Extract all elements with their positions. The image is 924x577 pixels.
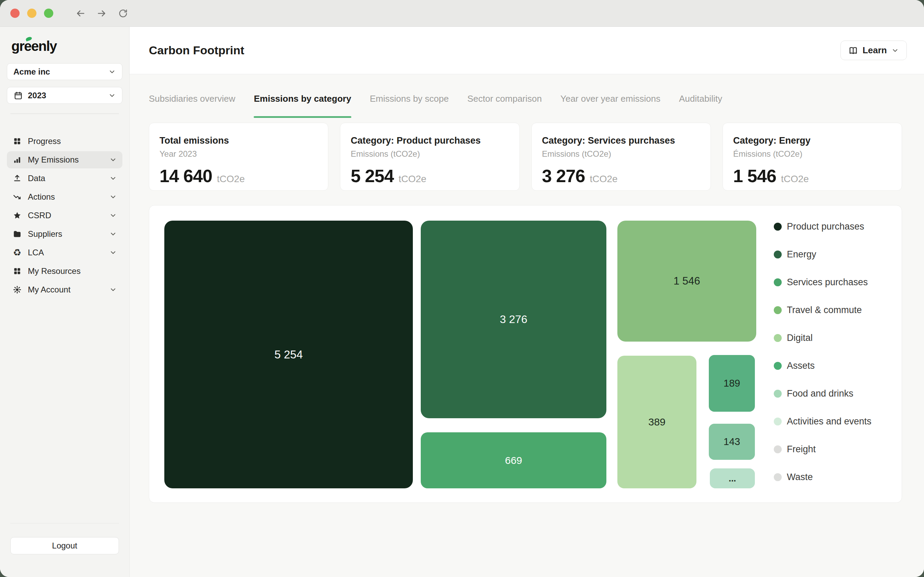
close-window-button[interactable] (10, 9, 19, 18)
grid-icon (12, 266, 22, 276)
sidebar-item-label: Progress (28, 137, 117, 146)
legend-item-assets: Assets (774, 361, 871, 371)
legend-item-services-purchases: Services purchases (774, 277, 871, 288)
sidebar-item-label: CSRD (28, 211, 103, 220)
legend-dot (774, 278, 782, 286)
card-energy: Category: Energy Émissions (tCO2e) 1 546… (722, 122, 902, 191)
sidebar-divider (10, 113, 119, 114)
card-subtitle: Year 2023 (160, 149, 318, 159)
page-title: Carbon Footprint (149, 44, 840, 57)
chevron-down-icon (109, 156, 117, 164)
chevron-down-icon (109, 286, 117, 293)
legend-dot (774, 250, 782, 258)
legend-dot (774, 223, 782, 230)
card-value: 5 254 (351, 166, 393, 186)
main-area: Carbon Footprint Learn Subsidiaries over… (130, 27, 924, 577)
legend-item-food-and-drinks: Food and drinks (774, 388, 871, 399)
card-title: Category: Energy (733, 135, 891, 146)
legend-item-activities-and-events: Activities and events (774, 416, 871, 427)
card-services-purchases: Category: Services purchases Emissions (… (531, 122, 711, 191)
learn-button[interactable]: Learn (840, 40, 907, 60)
active-tab-underline (254, 116, 351, 118)
tab-sector-comparison[interactable]: Sector comparison (467, 93, 542, 118)
treemap-block-more[interactable]: ... (710, 468, 755, 488)
sidebar-item-my-account[interactable]: My Account (7, 281, 123, 298)
tab-emissions-by-category[interactable]: Emissions by category (254, 93, 351, 118)
treemap-block[interactable]: 3 276 (421, 221, 606, 418)
legend-dot (774, 390, 782, 398)
sidebar-item-label: My Resources (28, 266, 117, 276)
book-icon (848, 46, 858, 55)
legend-dot (774, 445, 782, 453)
card-total-emissions: Total emissions Year 2023 14 640tCO2e (149, 122, 328, 191)
bar-chart-icon (12, 155, 22, 164)
summary-cards: Total emissions Year 2023 14 640tCO2e Ca… (149, 122, 902, 191)
browser-window: greenly Acme inc 2023 (0, 0, 924, 577)
tab-subsidiaries-overview[interactable]: Subsidiaries overview (149, 93, 235, 118)
window-titlebar (0, 0, 924, 27)
treemap-block-product-purchases[interactable]: 5 254 (164, 221, 413, 488)
refresh-icon[interactable] (117, 8, 129, 19)
treemap-block[interactable]: 1 546 (618, 221, 756, 342)
chevron-down-icon (109, 193, 117, 201)
sidebar-item-label: Data (28, 174, 103, 183)
chevron-down-icon (109, 230, 117, 238)
legend-item-energy: Energy (774, 249, 871, 260)
card-title: Category: Product purchases (351, 135, 509, 146)
sidebar-item-data[interactable]: Data (7, 170, 123, 187)
sidebar-item-lca[interactable]: ♻ LCA (7, 244, 123, 261)
grid-icon (12, 137, 22, 146)
browser-nav-buttons (74, 8, 129, 19)
trend-down-icon (12, 192, 22, 202)
sidebar-item-actions[interactable]: Actions (7, 188, 123, 206)
sidebar-nav: Progress My Emissions Data (7, 133, 123, 300)
tab-emissions-by-scope[interactable]: Emissions by scope (370, 93, 449, 118)
chevron-down-icon (108, 92, 116, 99)
back-icon[interactable] (74, 8, 86, 19)
legend-item-travel-commute: Travel & commute (774, 305, 871, 316)
treemap-block[interactable]: 189 (709, 355, 755, 412)
card-unit: tCO2e (590, 174, 618, 185)
sidebar-item-my-resources[interactable]: My Resources (7, 263, 123, 280)
card-title: Category: Services purchases (542, 135, 700, 146)
sidebar-item-label: LCA (28, 248, 103, 258)
legend-item-waste: Waste (774, 472, 871, 482)
sidebar-item-label: My Account (28, 285, 103, 295)
sidebar-item-csrd[interactable]: CSRD (7, 207, 123, 224)
forward-icon[interactable] (96, 8, 108, 19)
treemap-block[interactable]: 389 (618, 356, 697, 488)
logo: greenly (11, 39, 123, 56)
legend-dot (774, 417, 782, 425)
treemap-legend: Product purchases Energy Services purcha… (774, 221, 871, 482)
sidebar-item-progress[interactable]: Progress (7, 133, 123, 150)
legend-item-digital: Digital (774, 333, 871, 343)
year-selector[interactable]: 2023 (7, 87, 123, 104)
company-selector[interactable]: Acme inc (7, 63, 123, 80)
sidebar-item-suppliers[interactable]: Suppliers (7, 226, 123, 243)
company-selector-value: Acme inc (13, 67, 50, 77)
card-value: 3 276 (542, 166, 585, 186)
treemap-block[interactable]: 143 (709, 424, 755, 460)
sidebar-item-my-emissions[interactable]: My Emissions (7, 151, 123, 168)
chevron-down-icon (891, 47, 899, 54)
sidebar-item-label: Actions (28, 192, 103, 202)
gear-icon (12, 285, 22, 295)
sidebar-item-label: My Emissions (28, 155, 103, 164)
tab-auditability[interactable]: Auditability (679, 93, 722, 118)
tab-bar: Subsidiaries overview Emissions by categ… (149, 93, 902, 118)
upload-icon (12, 174, 22, 183)
legend-dot (774, 306, 782, 314)
card-subtitle: Émissions (tCO2e) (733, 149, 891, 159)
treemap-block[interactable]: 669 (421, 432, 606, 488)
legend-dot (774, 473, 782, 481)
year-selector-value: 2023 (28, 91, 46, 100)
logout-button[interactable]: Logout (10, 537, 119, 554)
card-unit: tCO2e (781, 174, 809, 185)
card-unit: tCO2e (398, 174, 426, 185)
tab-year-over-year-emissions[interactable]: Year over year emissions (560, 93, 660, 118)
learn-button-label: Learn (863, 45, 887, 56)
legend-dot (774, 362, 782, 370)
minimize-window-button[interactable] (27, 9, 36, 18)
logo-text: greenly (11, 39, 57, 53)
zoom-window-button[interactable] (44, 9, 53, 18)
